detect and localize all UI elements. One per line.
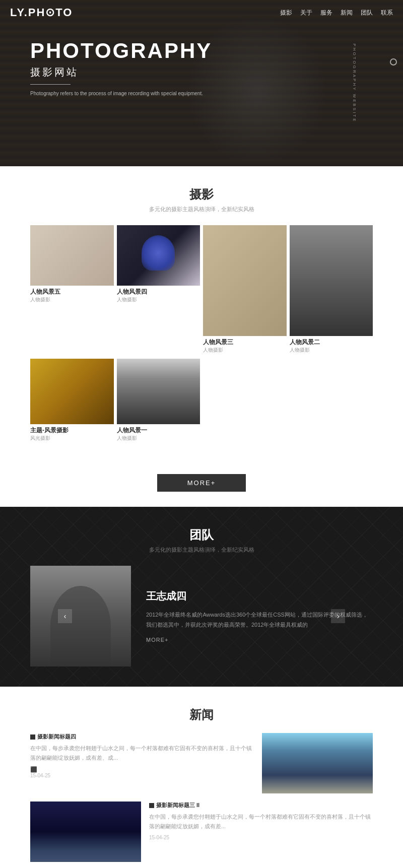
photo-item-landscape[interactable]: 主题-风景摄影 风光摄影 bbox=[30, 359, 114, 444]
photo-caption-3: 人物风景三 人物摄影 bbox=[203, 336, 287, 356]
nav-service[interactable]: 服务 bbox=[320, 9, 332, 17]
photography-section: 摄影 多元化的摄影主题风格演绎，全新纪实风格 人物风景五 人物摄影 人物风景四 … bbox=[0, 166, 403, 464]
photo-sub-landscape: 风光摄影 bbox=[30, 435, 114, 442]
photo-item-1[interactable]: 人物风景一 人物摄影 bbox=[117, 359, 200, 444]
news-text-2: 在中国，每步承袭您付翱翅于山水之间，每一个村落都难有它固有不变的喜村落，且十个镇… bbox=[149, 812, 373, 831]
photo-empty-space bbox=[203, 359, 373, 444]
photo-sub-2: 人物摄影 bbox=[290, 347, 373, 354]
photo-title-5: 人物风景五 bbox=[30, 288, 114, 296]
photo-title-4: 人物风景四 bbox=[117, 288, 200, 296]
photo-caption-2: 人物风景二 人物摄影 bbox=[290, 336, 373, 356]
nav-team[interactable]: 团队 bbox=[361, 9, 373, 17]
news-tag-icon-1 bbox=[30, 735, 35, 740]
photo-title-landscape: 主题-风景摄影 bbox=[30, 426, 114, 435]
photo-caption-4: 人物风景四 人物摄影 bbox=[117, 286, 200, 305]
news-section: 新闻 摄影新闻标题四 在中国，每步承袭您付翱翅于山水之间，每一个村落都难有它固有… bbox=[0, 687, 403, 868]
team-title: 团队 bbox=[30, 527, 373, 543]
news-item-1: 摄影新闻标题四 在中国，每步承袭您付翱翅于山水之间，每一个村落都难有它固有不变的… bbox=[30, 733, 373, 793]
news-title: 新闻 bbox=[30, 707, 373, 723]
hero-divider bbox=[30, 84, 71, 85]
team-more-link[interactable]: MORE+ bbox=[146, 637, 373, 643]
logo: LY.PH⊙TO bbox=[10, 6, 73, 19]
team-slider: ‹ 王志成四 2012年全球最终名威的Awwards选出360个全球最任CSS网… bbox=[30, 566, 373, 666]
team-card: 王志成四 2012年全球最终名威的Awwards选出360个全球最任CSS网站，… bbox=[30, 566, 373, 666]
photo-img-4 bbox=[117, 225, 200, 286]
news-content-2: 摄影新闻标题三 II 在中国，每步承袭您付翱翅于山水之间，每一个村落都难有它固有… bbox=[149, 802, 373, 840]
team-member-name: 王志成四 bbox=[146, 589, 373, 603]
photo-title-3: 人物风景三 bbox=[203, 338, 287, 347]
news-tag-1: 摄影新闻标题四 bbox=[30, 733, 254, 741]
photo-caption-landscape: 主题-风景摄影 风光摄影 bbox=[30, 424, 114, 444]
photography-subtitle: 多元化的摄影主题风格演绎，全新纪实风格 bbox=[30, 206, 373, 213]
hero-title-cn: 摄影网站 bbox=[30, 65, 373, 79]
team-section: 团队 多元化的摄影主题风格演绎，全新纪实风格 ‹ 王志成四 2012年全球最终名… bbox=[0, 507, 403, 687]
nav-photography[interactable]: 摄影 bbox=[280, 9, 292, 17]
photo-more-wrap: MORE+ bbox=[0, 464, 403, 507]
news-date-2: 15-04-25 bbox=[149, 835, 373, 840]
news-tag-icon-2 bbox=[149, 803, 154, 808]
photo-grid-row1: 人物风景五 人物摄影 人物风景四 人物摄影 人物风景三 人物摄影 人物风景二 人… bbox=[30, 225, 373, 356]
news-text-1: 在中国，每步承袭您付翱翅于山水之间，每一个村落都难有它固有不变的喜村落，且十个镇… bbox=[30, 744, 254, 762]
team-prev-button[interactable]: ‹ bbox=[58, 609, 72, 623]
photo-title-1: 人物风景一 bbox=[117, 426, 200, 435]
nav-contact[interactable]: 联系 bbox=[381, 9, 393, 17]
photo-item-3[interactable]: 人物风景三 人物摄影 bbox=[203, 225, 287, 356]
news-img-2 bbox=[30, 802, 141, 862]
nav: 摄影 关于 服务 新闻 团队 联系 bbox=[280, 9, 393, 17]
news-item-2: 摄影新闻标题三 II 在中国，每步承袭您付翱翅于山水之间，每一个村落都难有它固有… bbox=[30, 802, 373, 862]
photo-more-button[interactable]: MORE+ bbox=[157, 474, 246, 492]
news-content-1: 摄影新闻标题四 在中国，每步承袭您付翱翅于山水之间，每一个村落都难有它固有不变的… bbox=[30, 733, 254, 778]
header: LY.PH⊙TO 摄影 关于 服务 新闻 团队 联系 bbox=[0, 0, 403, 25]
photo-img-2 bbox=[290, 225, 373, 336]
photo-sub-1: 人物摄影 bbox=[117, 435, 200, 442]
photo-sub-3: 人物摄影 bbox=[203, 347, 287, 354]
photo-sub-5: 人物摄影 bbox=[30, 296, 114, 303]
hero-title-en: PHOTOGRAPHY bbox=[30, 40, 373, 61]
news-date-1: 15-04-25 bbox=[30, 773, 254, 778]
team-next-button[interactable]: › bbox=[331, 609, 345, 623]
hero-subtitle: Photography refers to the process of ima… bbox=[30, 90, 373, 98]
team-subtitle: 多元化的摄影主题风格演绎，全新纪实风格 bbox=[30, 546, 373, 554]
photo-item-4[interactable]: 人物风景四 人物摄影 bbox=[117, 225, 200, 305]
photo-item-2[interactable]: 人物风景二 人物摄影 bbox=[290, 225, 373, 356]
team-member-photo bbox=[30, 566, 131, 666]
news-tag-2: 摄影新闻标题三 II bbox=[149, 802, 373, 809]
news-grid: 摄影新闻标题四 在中国，每步承袭您付翱翅于山水之间，每一个村落都难有它固有不变的… bbox=[30, 733, 373, 862]
photo-img-5 bbox=[30, 225, 114, 286]
photo-grid-row2: 主题-风景摄影 风光摄影 人物风景一 人物摄影 bbox=[30, 359, 373, 444]
photo-sub-4: 人物摄影 bbox=[117, 296, 200, 303]
photo-caption-1: 人物风景一 人物摄影 bbox=[117, 424, 200, 444]
photo-img-stairs bbox=[30, 359, 114, 424]
nav-about[interactable]: 关于 bbox=[300, 9, 312, 17]
news-more-1[interactable]: ⬛ bbox=[30, 766, 254, 773]
nav-news[interactable]: 新闻 bbox=[341, 9, 353, 17]
hero-section: LY.PH⊙TO 摄影 关于 服务 新闻 团队 联系 PHOTOGRAPHY 摄… bbox=[0, 0, 403, 166]
photography-title: 摄影 bbox=[30, 186, 373, 203]
photo-img-3 bbox=[203, 225, 287, 336]
photo-title-2: 人物风景二 bbox=[290, 338, 373, 347]
photo-caption-5: 人物风景五 人物摄影 bbox=[30, 286, 114, 305]
photo-item-5[interactable]: 人物风景五 人物摄影 bbox=[30, 225, 114, 305]
news-img-1 bbox=[262, 733, 373, 793]
photo-img-1 bbox=[117, 359, 200, 424]
